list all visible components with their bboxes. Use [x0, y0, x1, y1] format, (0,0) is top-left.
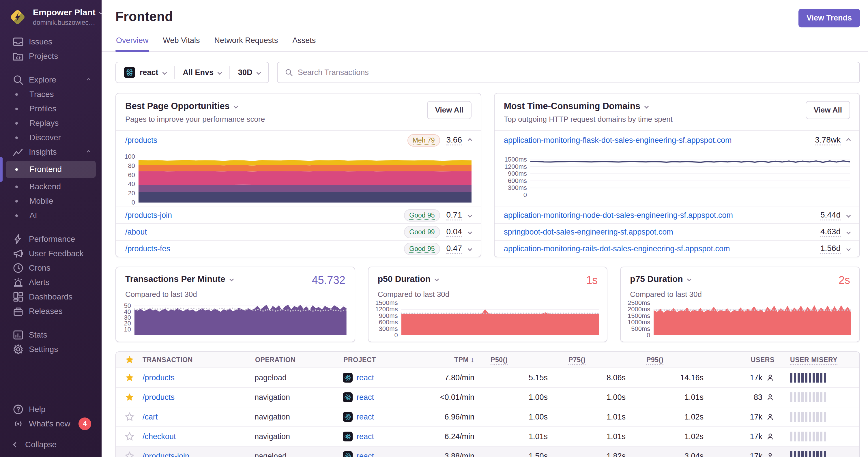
- expand-row-icon[interactable]: [846, 213, 851, 218]
- opportunity-value: 0.71: [446, 210, 462, 221]
- search-transactions-input[interactable]: [298, 68, 852, 77]
- sidebar-item-profiles[interactable]: Profiles: [0, 102, 101, 116]
- archive-icon: [12, 305, 24, 317]
- star-icon[interactable]: [125, 432, 134, 442]
- collapse-row-icon[interactable]: [468, 138, 472, 142]
- date-range-filter[interactable]: 30D: [230, 62, 268, 83]
- sidebar-item-replays[interactable]: Replays: [0, 116, 101, 130]
- chevron-down-icon: [644, 104, 649, 108]
- sidebar-item-label: AI: [29, 211, 37, 220]
- panel-title[interactable]: Transactions Per Minute: [125, 274, 233, 284]
- project-link[interactable]: react: [356, 452, 374, 457]
- transaction-link[interactable]: /checkout: [143, 432, 176, 441]
- sidebar-item-releases[interactable]: Releases: [0, 304, 101, 319]
- star-icon[interactable]: [125, 451, 134, 457]
- domain-link[interactable]: application-monitoring-node-dot-sales-en…: [504, 211, 733, 220]
- transaction-link[interactable]: /products: [125, 136, 157, 145]
- domain-link[interactable]: application-monitoring-flask-dot-sales-e…: [504, 136, 732, 145]
- star-icon[interactable]: [125, 355, 134, 365]
- project-link[interactable]: react: [356, 432, 374, 441]
- transaction-link[interactable]: /cart: [143, 413, 158, 421]
- sidebar-item-mobile[interactable]: Mobile: [0, 194, 101, 208]
- sidebar-item-traces[interactable]: Traces: [0, 87, 101, 102]
- sidebar-item-stats[interactable]: Stats: [0, 328, 101, 342]
- column-header-operation[interactable]: OPERATION: [254, 356, 343, 364]
- expand-row-icon[interactable]: [468, 230, 472, 234]
- project-link[interactable]: react: [356, 413, 374, 422]
- project-link[interactable]: react: [356, 393, 374, 402]
- insights-icon: [12, 146, 24, 158]
- sidebar-item-explore[interactable]: Explore: [0, 73, 101, 87]
- expand-row-icon[interactable]: [468, 247, 472, 251]
- domain-link[interactable]: application-monitoring-rails-dot-sales-e…: [504, 244, 730, 253]
- star-icon[interactable]: [125, 412, 134, 422]
- sidebar-item-performance[interactable]: Performance: [0, 232, 101, 247]
- sidebar-item-insights[interactable]: Insights: [0, 145, 101, 159]
- sidebar-collapse-button[interactable]: Collapse: [0, 437, 101, 452]
- broadcast-icon: [12, 418, 24, 430]
- transaction-link[interactable]: /about: [125, 228, 147, 236]
- users-cell: 17k: [712, 413, 777, 422]
- column-header-tpm[interactable]: TPM ↓: [432, 356, 478, 364]
- column-header-user-misery[interactable]: USER MISERY: [777, 356, 859, 364]
- environment-filter[interactable]: All Envs: [175, 62, 230, 83]
- bullet-icon: [15, 122, 18, 125]
- column-header-project[interactable]: PROJECT: [343, 356, 432, 364]
- sidebar-item-user-feedback[interactable]: User Feedback: [0, 247, 101, 261]
- domain-row: application-monitoring-flask-dot-sales-e…: [495, 131, 859, 148]
- user-icon: [766, 393, 775, 402]
- panel-title[interactable]: p75 Duration: [630, 274, 690, 284]
- opportunity-row: /products-join Good 95 0.71: [116, 206, 481, 223]
- project-cell: react: [343, 373, 432, 383]
- expand-row-icon[interactable]: [846, 230, 851, 234]
- p95-cell: 14.16s: [634, 373, 712, 382]
- sidebar-item-discover[interactable]: Discover: [0, 130, 101, 145]
- sidebar-item-help[interactable]: Help: [0, 402, 101, 417]
- panel-title[interactable]: Most Time-Consuming Domains: [504, 101, 673, 111]
- sidebar-item-dashboards[interactable]: Dashboards: [0, 290, 101, 304]
- project-filter[interactable]: react: [116, 62, 174, 83]
- transaction-link[interactable]: /products-join: [143, 452, 189, 457]
- sidebar-item-settings[interactable]: Settings: [0, 342, 101, 357]
- sidebar-item-alerts[interactable]: Alerts: [0, 275, 101, 290]
- sidebar-item-projects[interactable]: Projects: [0, 49, 101, 63]
- transaction-link[interactable]: /products-join: [125, 211, 172, 220]
- column-header-p50[interactable]: P50(): [478, 356, 556, 364]
- column-header-p95[interactable]: P95(): [634, 356, 712, 364]
- sidebar-item-ai[interactable]: AI: [0, 208, 101, 223]
- transaction-link[interactable]: /products-fes: [125, 244, 170, 253]
- transaction-link[interactable]: /products: [143, 373, 175, 382]
- sidebar-item-issues[interactable]: Issues: [0, 35, 101, 49]
- transaction-link[interactable]: /products: [143, 393, 175, 402]
- project-link[interactable]: react: [356, 373, 374, 382]
- star-icon[interactable]: [125, 392, 134, 402]
- sidebar-item-whats-new[interactable]: What's new 4: [0, 417, 101, 431]
- panel-title[interactable]: Best Page Opportunities: [125, 101, 265, 111]
- megaphone-icon: [12, 248, 24, 260]
- sidebar-item-frontend[interactable]: Frontend: [6, 161, 96, 178]
- expand-row-icon[interactable]: [846, 247, 851, 251]
- tab-web-vitals[interactable]: Web Vitals: [162, 34, 200, 51]
- view-all-button[interactable]: View All: [806, 101, 850, 119]
- sidebar-item-backend[interactable]: Backend: [0, 179, 101, 194]
- column-header-users[interactable]: USERS: [712, 356, 777, 364]
- tab-overview[interactable]: Overview: [116, 34, 149, 51]
- collapse-row-icon[interactable]: [846, 138, 851, 142]
- expand-row-icon[interactable]: [468, 213, 472, 218]
- star-icon[interactable]: [125, 373, 134, 383]
- domain-link[interactable]: springboot-dot-sales-engineering-sf.apps…: [504, 228, 673, 236]
- react-project-icon: [343, 392, 352, 402]
- tab-assets[interactable]: Assets: [292, 34, 316, 51]
- org-switcher[interactable]: Empower Plant dominik.buszowiec…: [0, 0, 101, 35]
- column-header-transaction[interactable]: TRANSACTION: [142, 356, 254, 364]
- user-misery-bars: [790, 392, 859, 402]
- view-trends-button[interactable]: View Trends: [799, 9, 860, 27]
- column-header-p75[interactable]: P75(): [556, 356, 634, 364]
- sidebar-item-label: Projects: [29, 52, 58, 61]
- tabs-bar: Overview Web Vitals Network Requests Ass…: [101, 34, 868, 52]
- view-all-button[interactable]: View All: [427, 101, 471, 119]
- tab-network-requests[interactable]: Network Requests: [214, 34, 279, 51]
- panel-title[interactable]: p50 Duration: [378, 274, 438, 284]
- best-page-opportunities-panel: Best Page Opportunities Pages to improve…: [116, 93, 481, 257]
- sidebar-item-crons[interactable]: Crons: [0, 261, 101, 275]
